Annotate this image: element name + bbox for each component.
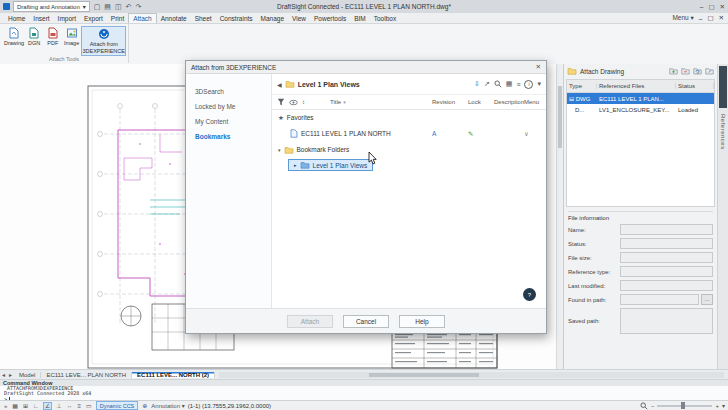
redo-icon[interactable]: ↷ bbox=[135, 3, 141, 10]
snap-toggle-icon[interactable]: ⊞ bbox=[22, 403, 29, 409]
more-options-icon[interactable]: ▾ bbox=[537, 80, 541, 88]
esnap-toggle-icon[interactable]: ⊥ bbox=[55, 403, 62, 409]
ribbon-button-image[interactable]: Image bbox=[63, 26, 81, 46]
workspace-dropdown[interactable]: Drafting and Annotation ▾ bbox=[13, 1, 90, 12]
open-file-icon[interactable]: ▤ bbox=[104, 3, 111, 10]
tab-toolbox[interactable]: Toolbox bbox=[370, 14, 400, 23]
reference-type-field[interactable] bbox=[620, 266, 713, 277]
sheet-tab-model[interactable]: Model bbox=[14, 372, 41, 378]
close-icon[interactable]: ✕ bbox=[720, 3, 725, 11]
new-file-icon[interactable]: ▢ bbox=[94, 3, 101, 10]
annotation-scale-icon[interactable]: ⊕ bbox=[141, 403, 148, 409]
tab-home[interactable]: Home bbox=[4, 14, 29, 23]
help-button[interactable]: Help bbox=[399, 315, 445, 328]
qinput-toggle-icon[interactable]: ▭ bbox=[85, 403, 93, 409]
filter-icon[interactable] bbox=[277, 98, 285, 106]
doc-restore-icon[interactable]: ▢ bbox=[707, 14, 713, 22]
sidebar-item-my-content[interactable]: My Content bbox=[186, 114, 271, 129]
sheet-nav-next-icon[interactable]: ▸ bbox=[7, 371, 14, 378]
grid-toggle-icon[interactable]: ▦ bbox=[11, 403, 19, 409]
selected-folder-node[interactable]: ▸ Level 1 Plan Views bbox=[288, 159, 373, 171]
column-referenced-files[interactable]: Referenced Files bbox=[597, 83, 676, 89]
attach-button[interactable]: Attach bbox=[287, 315, 333, 328]
active-palette-tab[interactable] bbox=[719, 66, 727, 108]
etrack-toggle-icon[interactable]: ↔ bbox=[66, 403, 74, 409]
horizontal-scrollbar[interactable] bbox=[219, 372, 724, 378]
expand-icon[interactable]: ▸ bbox=[294, 162, 297, 168]
bookmark-folders-row[interactable]: ▾ Bookmark Folders bbox=[272, 142, 546, 157]
ribbon-button-pdf[interactable]: PDF bbox=[44, 26, 62, 46]
info-icon[interactable]: i bbox=[524, 80, 533, 89]
maximize-icon[interactable]: ▢ bbox=[708, 3, 714, 11]
column-revision[interactable]: Revision bbox=[432, 99, 468, 105]
row-menu-icon[interactable]: ∨ bbox=[524, 130, 529, 137]
zoom-out-icon[interactable]: − bbox=[651, 403, 655, 409]
save-icon[interactable]: ◫ bbox=[115, 3, 122, 10]
polar-toggle-icon[interactable]: ∠ bbox=[43, 402, 52, 410]
vertical-scrollbar[interactable] bbox=[556, 64, 563, 369]
ribbon-button-drawing[interactable]: Drawing bbox=[4, 26, 24, 46]
browse-button[interactable]: ... bbox=[701, 294, 713, 305]
zoom-slider[interactable] bbox=[657, 405, 712, 407]
zoom-slider-thumb[interactable] bbox=[681, 402, 685, 409]
references-tab[interactable]: References bbox=[720, 114, 726, 150]
reference-row-selected[interactable]: ⊟ DWG EC111 LEVEL 1 PLAN... bbox=[567, 93, 714, 104]
dialog-title-bar[interactable]: Attach from 3DEXPERIENCE ✕ bbox=[186, 61, 546, 74]
last-modified-field[interactable] bbox=[620, 280, 713, 291]
file-row[interactable]: EC111 LEVEL 1 PLAN NORTH A ✎ ∨ bbox=[272, 125, 546, 142]
doc-close-icon[interactable]: ✕ bbox=[719, 14, 724, 22]
sheet-tab-plan-north[interactable]: EC111 LEVE... PLAN NORTH bbox=[41, 372, 132, 378]
search-icon[interactable] bbox=[494, 80, 502, 88]
cancel-button[interactable]: Cancel bbox=[343, 315, 389, 328]
zoom-in-icon[interactable]: + bbox=[715, 403, 719, 409]
lineweight-toggle-icon[interactable]: ≡ bbox=[77, 403, 83, 409]
edit-pencil-icon[interactable]: ✎ bbox=[468, 130, 473, 137]
favorites-group-row[interactable]: ★ Favorites bbox=[272, 110, 546, 125]
annotation-dropdown[interactable]: Annotation ▾ bbox=[151, 402, 184, 409]
tab-import[interactable]: Import bbox=[54, 14, 80, 23]
found-in-path-field[interactable] bbox=[620, 294, 699, 305]
reference-row-child[interactable]: D... LV1_ENCLOSURE_KEY... Loaded bbox=[567, 104, 714, 115]
dialog-close-icon[interactable]: ✕ bbox=[536, 63, 541, 71]
collapse-icon[interactable]: ▾ bbox=[278, 147, 281, 153]
vertical-scrollbar-thumb[interactable] bbox=[558, 86, 562, 148]
zoom-icon[interactable] bbox=[640, 402, 648, 410]
status-field[interactable] bbox=[620, 238, 713, 249]
sidebar-item-locked-by-me[interactable]: Locked by Me bbox=[186, 99, 271, 114]
command-expand-icon[interactable]: » bbox=[3, 403, 8, 409]
column-menu[interactable]: Menu bbox=[524, 99, 546, 105]
visibility-icon[interactable] bbox=[289, 99, 298, 106]
sheet-tab-plan-north-2[interactable]: EC111 LEVE... NORTH (2) bbox=[132, 372, 215, 378]
name-field[interactable] bbox=[620, 224, 713, 235]
tab-bim[interactable]: BIM bbox=[350, 14, 370, 23]
doc-minimize-icon[interactable]: – bbox=[699, 15, 703, 22]
open-reference-icon[interactable] bbox=[705, 67, 714, 75]
compass-help-button[interactable]: ? bbox=[523, 288, 536, 301]
share-icon[interactable]: ↗ bbox=[484, 80, 490, 88]
undo-icon[interactable]: ↶ bbox=[126, 3, 132, 10]
status-options-icon[interactable]: ▾ bbox=[722, 402, 725, 409]
folder-child-row[interactable]: ▸ Level 1 Plan Views bbox=[272, 157, 546, 173]
tab-insert[interactable]: Insert bbox=[29, 14, 53, 23]
column-title[interactable]: Title ▾ bbox=[330, 99, 432, 105]
tab-print[interactable]: Print bbox=[107, 14, 128, 23]
tab-export[interactable]: Export bbox=[80, 14, 107, 23]
tab-view[interactable]: View bbox=[288, 14, 310, 23]
sort-icon[interactable]: ↕ bbox=[302, 99, 305, 105]
attach-file-icon[interactable] bbox=[669, 67, 678, 75]
import-icon[interactable]: ⇩ bbox=[474, 80, 480, 88]
menu-dropdown[interactable]: Menu ▾ bbox=[672, 14, 693, 22]
ortho-toggle-icon[interactable]: ∟ bbox=[32, 403, 40, 409]
back-icon[interactable]: ◀ bbox=[277, 81, 282, 88]
tab-sheet[interactable]: Sheet bbox=[191, 14, 216, 23]
tree-collapse-icon[interactable]: ⊟ bbox=[569, 96, 574, 102]
column-lock[interactable]: Lock bbox=[468, 99, 494, 105]
column-description[interactable]: Description bbox=[494, 99, 524, 105]
sidebar-item-3dsearch[interactable]: 3DSearch bbox=[186, 84, 271, 99]
sheet-nav-prev-icon[interactable]: ◂ bbox=[0, 371, 7, 378]
detach-file-icon[interactable] bbox=[681, 67, 690, 75]
tab-powertools[interactable]: Powertools bbox=[310, 14, 350, 23]
column-type[interactable]: Type bbox=[567, 83, 597, 89]
dynamic-ccs-button[interactable]: Dynamic CCS bbox=[96, 401, 139, 410]
grid-view-icon[interactable]: ▦ bbox=[506, 80, 513, 88]
